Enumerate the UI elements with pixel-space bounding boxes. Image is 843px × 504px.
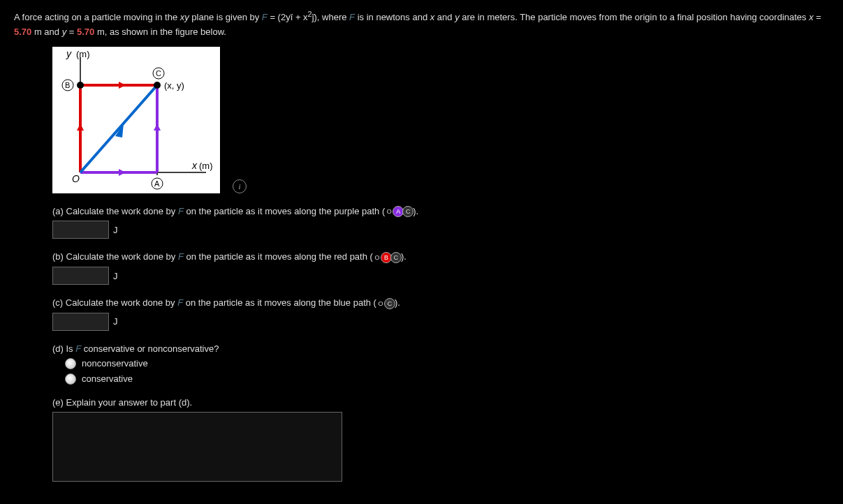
force-symbol: F [75,343,81,354]
question-a: (a) Calculate the work done by F on the … [52,206,829,239]
svg-point-15 [154,82,161,89]
answer-input-c[interactable] [52,313,109,331]
svg-text:(m): (m) [76,49,90,59]
unit-label: J [113,225,118,235]
radio-label: nonconservative [82,358,148,369]
svg-text:(x, y): (x, y) [164,80,184,91]
question-d: (d) Is F conservative or nonconservative… [52,343,829,385]
question-c: (c) Calculate the work done by F on the … [52,297,829,331]
radio-conservative[interactable] [65,373,76,385]
radio-label: conservative [82,373,133,384]
svg-marker-11 [119,82,126,89]
svg-point-14 [77,82,84,89]
svg-text:B: B [65,81,70,89]
unit-label: J [113,271,118,281]
problem-statement: A force acting on a particle moving in t… [14,8,829,40]
answer-input-a[interactable] [52,221,109,239]
svg-marker-7 [154,124,161,131]
force-symbol: F [178,206,184,216]
svg-text:A: A [154,179,160,188]
info-icon[interactable]: i [233,179,247,193]
svg-text:y: y [66,48,72,59]
svg-text:O: O [72,173,80,184]
force-symbol: F [177,297,183,308]
force-symbol: F [178,251,184,262]
question-b: (b) Calculate the work done by F on the … [52,251,829,285]
svg-marker-5 [119,169,126,176]
explanation-textarea[interactable] [52,412,342,482]
svg-text:(m): (m) [199,161,213,171]
svg-text:C: C [156,69,161,77]
svg-marker-9 [77,124,84,131]
unit-label: J [113,316,118,327]
svg-line-12 [80,85,157,172]
svg-text:x: x [191,160,198,171]
path-figure: y (m) x (m) O (x, y) A B C [52,47,220,193]
radio-nonconservative[interactable] [65,358,76,369]
answer-input-b[interactable] [52,267,109,285]
question-e: (e) Explain your answer to part (d). [52,397,829,484]
